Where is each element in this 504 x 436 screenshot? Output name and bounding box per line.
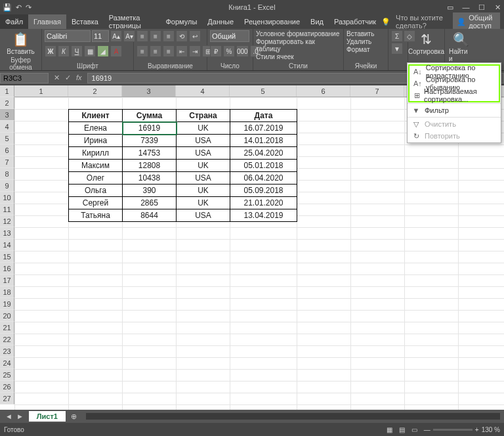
row-header[interactable]: 2 [0, 97, 14, 109]
tab-formulas[interactable]: Формулы [160, 14, 202, 29]
cond-format-button[interactable]: Условное форматирование [256, 30, 339, 37]
row-header[interactable]: 3 [0, 109, 14, 121]
cell[interactable]: Татьяна [69, 209, 123, 222]
font-size[interactable] [92, 30, 109, 42]
row-header[interactable]: 26 [0, 381, 14, 393]
minimize-icon[interactable]: — [462, 3, 470, 12]
cell[interactable]: 12808 [123, 160, 177, 172]
comma-icon[interactable]: 000 [236, 45, 249, 57]
cell[interactable]: USA [177, 172, 230, 185]
autosum-icon[interactable]: Σ [391, 30, 403, 42]
col-header[interactable]: 3 [122, 85, 176, 97]
row-header[interactable]: 22 [0, 334, 14, 345]
row-header[interactable]: 16 [0, 263, 14, 274]
zoom-out-icon[interactable]: — [424, 426, 430, 433]
th-country[interactable]: Страна [177, 110, 230, 122]
tab-view[interactable]: Вид [305, 14, 329, 29]
underline-icon[interactable]: Ч [71, 45, 83, 57]
zoom-slider[interactable] [433, 429, 472, 431]
save-icon[interactable]: 💾 [3, 3, 12, 12]
cell-styles-button[interactable]: Стили ячеек [256, 53, 294, 60]
th-sum[interactable]: Сумма [123, 110, 177, 122]
cell[interactable]: UK [177, 160, 230, 172]
paste-button[interactable]: 📋 Вставить [3, 30, 39, 56]
view-normal-icon[interactable]: ▦ [387, 426, 392, 433]
tab-layout[interactable]: Разметка страницы [104, 14, 161, 29]
cell[interactable]: 7339 [123, 135, 177, 147]
row-header[interactable]: 25 [0, 369, 14, 381]
cell[interactable]: USA [177, 209, 230, 222]
align-bot-icon[interactable]: ≡ [163, 30, 175, 42]
row-header[interactable]: 9 [0, 180, 14, 192]
cell[interactable]: Олег [69, 172, 123, 185]
fill-down-icon[interactable]: ▼ [391, 43, 403, 54]
cell[interactable]: UK [177, 197, 230, 209]
sheet-next-icon[interactable]: ► [16, 412, 24, 420]
cell[interactable]: USA [177, 135, 230, 147]
row-header[interactable]: 1 [0, 85, 14, 97]
row-header[interactable]: 23 [0, 345, 14, 357]
cell[interactable]: 06.04.2020 [230, 172, 297, 185]
format-table-button[interactable]: Форматировать как таблицу [256, 38, 341, 53]
percent-icon[interactable]: % [223, 45, 235, 57]
cell[interactable]: 10438 [123, 172, 177, 185]
col-header[interactable]: 1 [14, 85, 68, 97]
tab-file[interactable]: Файл [0, 14, 28, 29]
horizontal-scrollbar[interactable] [86, 413, 500, 420]
zoom-in-icon[interactable]: + [475, 426, 479, 433]
redo-icon[interactable]: ↷ [26, 3, 32, 12]
insert-cells-button[interactable]: Вставить [346, 30, 374, 37]
orient-icon[interactable]: ⟲ [176, 30, 188, 42]
cell[interactable]: 21.01.2020 [230, 197, 297, 209]
tab-home[interactable]: Главная [28, 14, 66, 29]
col-header[interactable]: 6 [297, 85, 350, 97]
delete-cells-button[interactable]: Удалить [346, 38, 371, 45]
align-center-icon[interactable]: ≡ [150, 45, 161, 57]
cell[interactable]: 390 [123, 185, 177, 197]
tab-developer[interactable]: Разработчик [329, 14, 381, 29]
tab-data[interactable]: Данные [202, 14, 239, 29]
align-top-icon[interactable]: ≡ [136, 30, 148, 42]
row-header[interactable]: 10 [0, 192, 14, 204]
currency-icon[interactable]: ₽ [210, 45, 222, 57]
row-header[interactable]: 8 [0, 168, 14, 180]
sheet-tab-active[interactable]: Лист1 [29, 411, 66, 422]
cell[interactable]: Максим [69, 160, 123, 172]
row-header[interactable]: 19 [0, 298, 14, 310]
cell[interactable]: 05.09.2018 [230, 185, 297, 197]
cell[interactable]: 13.04.2019 [230, 209, 297, 222]
ribbon-opts-icon[interactable]: ▭ [446, 3, 454, 12]
indent-inc-icon[interactable]: ⇥ [189, 45, 201, 57]
name-box[interactable] [0, 73, 49, 83]
row-header[interactable]: 15 [0, 251, 14, 263]
undo-icon[interactable]: ↶ [16, 3, 22, 12]
share-button[interactable]: 👤 Общий доступ [453, 12, 500, 31]
th-client[interactable]: Клиент [69, 110, 123, 122]
cell[interactable]: 14753 [123, 147, 177, 160]
cancel-fx-icon[interactable]: ✕ [54, 74, 60, 82]
row-header[interactable]: 18 [0, 286, 14, 298]
zoom-control[interactable]: — + 130 % [424, 426, 500, 433]
inc-font-icon[interactable]: A▴ [110, 30, 122, 42]
row-header[interactable]: 17 [0, 274, 14, 286]
cell[interactable]: Ирина [69, 135, 123, 147]
col-header[interactable]: 2 [68, 85, 122, 97]
border-icon[interactable]: ▦ [84, 45, 96, 57]
number-format[interactable] [210, 30, 249, 42]
menu-filter[interactable]: ▼ Фильтр [408, 104, 501, 116]
maximize-icon[interactable]: ☐ [478, 3, 486, 12]
zoom-level[interactable]: 130 % [482, 426, 500, 433]
sort-filter-button[interactable]: ⇅ Сортировка [411, 30, 442, 56]
format-cells-button[interactable]: Формат [346, 46, 370, 53]
font-color-icon[interactable]: A [110, 45, 122, 57]
close-icon[interactable]: ✕ [494, 3, 501, 12]
align-mid-icon[interactable]: ≡ [150, 30, 161, 42]
tab-insert[interactable]: Вставка [66, 14, 104, 29]
cell[interactable]: 16919 [123, 122, 177, 135]
row-header[interactable]: 6 [0, 144, 14, 156]
tell-me[interactable]: Что вы хотите сделать? [396, 14, 448, 30]
row-header[interactable]: 11 [0, 204, 14, 215]
row-header[interactable]: 20 [0, 310, 14, 322]
cell[interactable]: Ольга [69, 185, 123, 197]
row-header[interactable]: 4 [0, 121, 14, 133]
